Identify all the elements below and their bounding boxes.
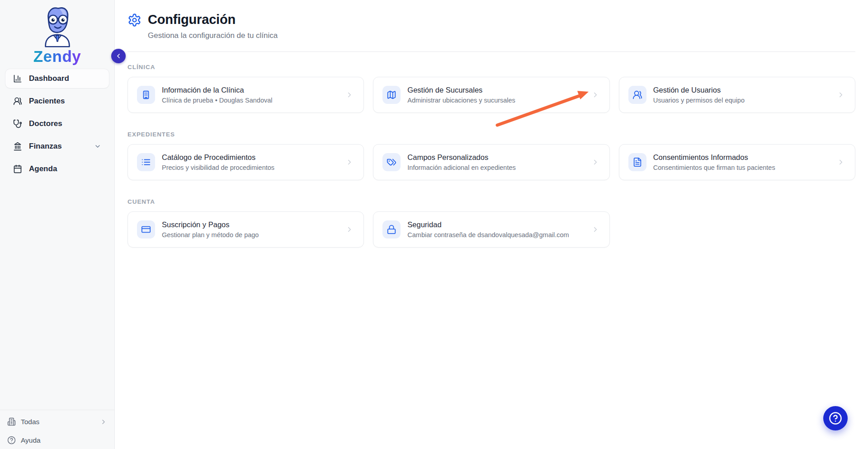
- card-subtitle: Precios y visibilidad de procedimientos: [162, 164, 274, 172]
- credit-card-icon: [141, 224, 151, 234]
- chevron-right-icon: [837, 91, 845, 99]
- lock-icon: [387, 224, 396, 234]
- patients-icon: [13, 97, 22, 106]
- sidebar: Zendy Dashboard Pacientes Doctores Finan…: [0, 0, 115, 449]
- card-title: Campos Personalizados: [407, 153, 515, 162]
- section-expedientes: EXPEDIENTES Catálogo de Procedimientos P…: [127, 131, 855, 180]
- sidebar-item-agenda[interactable]: Agenda: [5, 159, 109, 178]
- chevron-right-icon: [345, 158, 354, 166]
- cards-grid: Información de la Clínica Clínica de pru…: [127, 77, 855, 113]
- chevron-left-icon: [115, 52, 122, 60]
- map-icon: [387, 90, 396, 100]
- gear-icon: [127, 13, 142, 27]
- card-subtitle: Clínica de prueba • Douglas Sandoval: [162, 96, 272, 104]
- card-subtitle: Administrar ubicaciones y sucursales: [407, 96, 515, 104]
- list-icon: [141, 157, 151, 167]
- sidebar-item-label: Finanzas: [29, 142, 62, 151]
- question-icon: [829, 412, 842, 425]
- cards-grid: Catálogo de Procedimientos Precios y vis…: [127, 144, 855, 180]
- card-subtitle: Cambiar contraseña de dsandovalquesada@g…: [407, 231, 569, 239]
- mascot-logo-icon: [33, 5, 81, 47]
- chevron-right-icon: [837, 158, 845, 166]
- section-cuenta: CUENTA Suscripción y Pagos Gestionar pla…: [127, 198, 855, 248]
- card-subtitle: Gestionar plan y método de pago: [162, 231, 259, 239]
- card-gestion-de-usuarios[interactable]: Gestión de Usuarios Usuarios y permisos …: [619, 77, 855, 113]
- cards-grid: Suscripción y Pagos Gestionar plan y mét…: [127, 211, 855, 248]
- card-catalogo-de-procedimientos[interactable]: Catálogo de Procedimientos Precios y vis…: [127, 144, 364, 180]
- section-label: CUENTA: [127, 198, 855, 206]
- chevron-right-icon: [591, 91, 599, 99]
- card-campos-personalizados[interactable]: Campos Personalizados Información adicio…: [373, 144, 609, 180]
- card-subtitle: Usuarios y permisos del equipo: [653, 96, 745, 104]
- card-title: Suscripción y Pagos: [162, 220, 259, 229]
- sidebar-nav: Dashboard Pacientes Doctores Finanzas Ag…: [0, 69, 114, 178]
- calendar-icon: [13, 164, 22, 173]
- help-link-label: Ayuda: [21, 436, 41, 444]
- document-icon: [632, 157, 642, 167]
- page-header: Configuración Gestiona la configuración …: [115, 0, 868, 41]
- main-content: Configuración Gestiona la configuración …: [115, 0, 868, 449]
- app-logo: Zendy: [0, 0, 114, 65]
- card-title: Catálogo de Procedimientos: [162, 153, 274, 162]
- building-icon: [141, 90, 151, 100]
- sidebar-item-dashboard[interactable]: Dashboard: [5, 69, 109, 88]
- card-subtitle: Consentimientos que firman tus pacientes: [653, 164, 775, 172]
- page-subtitle: Gestiona la configuración de tu clínica: [148, 31, 278, 41]
- help-link[interactable]: Ayuda: [7, 436, 107, 444]
- chevron-right-icon: [100, 418, 107, 426]
- page-title: Configuración: [148, 12, 278, 27]
- card-title: Información de la Clínica: [162, 85, 272, 95]
- branch-selector[interactable]: Todas: [7, 417, 107, 426]
- branch-selector-label: Todas: [21, 418, 39, 426]
- chevron-right-icon: [345, 225, 354, 234]
- section-label: CLÍNICA: [127, 64, 855, 71]
- section-clinica: CLÍNICA Información de la Clínica Clínic…: [127, 64, 855, 113]
- section-label: EXPEDIENTES: [127, 131, 855, 138]
- card-seguridad[interactable]: Seguridad Cambiar contraseña de dsandova…: [373, 211, 609, 248]
- bar-chart-icon: [13, 74, 22, 83]
- chevron-right-icon: [345, 91, 354, 99]
- card-title: Gestión de Usuarios: [653, 85, 745, 95]
- card-subtitle: Información adicional en expedientes: [407, 164, 515, 172]
- bank-icon: [13, 142, 22, 151]
- card-title: Seguridad: [407, 220, 569, 229]
- sidebar-item-label: Pacientes: [29, 97, 65, 106]
- chevron-right-icon: [591, 225, 599, 234]
- card-consentimientos-informados[interactable]: Consentimientos Informados Consentimient…: [619, 144, 855, 180]
- card-informacion-de-la-clinica[interactable]: Información de la Clínica Clínica de pru…: [127, 77, 364, 113]
- app-wordmark: Zendy: [33, 47, 81, 65]
- sidebar-item-finanzas[interactable]: Finanzas: [5, 137, 109, 156]
- card-title: Gestión de Sucursales: [407, 85, 515, 95]
- sidebar-item-doctores[interactable]: Doctores: [5, 114, 109, 133]
- sidebar-item-label: Dashboard: [29, 74, 69, 83]
- office-building-icon: [7, 417, 16, 426]
- card-suscripcion-y-pagos[interactable]: Suscripción y Pagos Gestionar plan y mét…: [127, 211, 364, 248]
- question-icon: [7, 436, 16, 444]
- card-title: Consentimientos Informados: [653, 153, 775, 162]
- sidebar-collapse-button[interactable]: [111, 49, 126, 63]
- stethoscope-icon: [13, 119, 22, 128]
- card-gestion-de-sucursales[interactable]: Gestión de Sucursales Administrar ubicac…: [373, 77, 609, 113]
- chevron-down-icon: [94, 143, 101, 150]
- sidebar-item-label: Agenda: [29, 164, 57, 173]
- sidebar-footer: Todas Ayuda: [0, 410, 114, 449]
- settings-sections: CLÍNICA Información de la Clínica Clínic…: [115, 52, 868, 248]
- help-fab[interactable]: [823, 406, 848, 430]
- chevron-right-icon: [591, 158, 599, 166]
- tags-icon: [387, 157, 396, 167]
- sidebar-item-pacientes[interactable]: Pacientes: [5, 92, 109, 111]
- users-icon: [632, 90, 642, 100]
- sidebar-item-label: Doctores: [29, 119, 62, 128]
